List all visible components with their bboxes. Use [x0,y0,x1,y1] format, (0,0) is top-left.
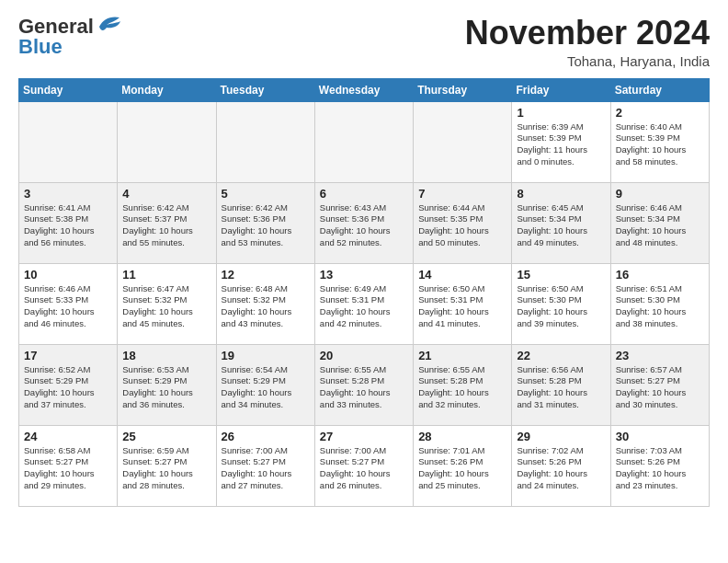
table-cell: 29Sunrise: 7:02 AMSunset: 5:26 PMDayligh… [512,425,610,506]
col-wednesday: Wednesday [314,78,413,101]
day-detail: Sunrise: 6:57 AMSunset: 5:27 PMDaylight:… [616,364,704,411]
day-number: 5 [222,187,310,201]
location: Tohana, Haryana, India [465,53,710,69]
month-title: November 2024 [465,15,710,52]
day-detail: Sunrise: 6:56 AMSunset: 5:28 PMDaylight:… [517,364,605,411]
table-cell: 16Sunrise: 6:51 AMSunset: 5:30 PMDayligh… [610,263,709,344]
col-saturday: Saturday [610,78,709,101]
day-number: 4 [122,187,210,201]
table-cell: 4Sunrise: 6:42 AMSunset: 5:37 PMDaylight… [118,182,216,263]
calendar-row-5: 24Sunrise: 6:58 AMSunset: 5:27 PMDayligh… [19,425,710,506]
day-detail: Sunrise: 6:48 AMSunset: 5:32 PMDaylight:… [222,283,310,330]
table-cell: 2Sunrise: 6:40 AMSunset: 5:39 PMDaylight… [610,101,709,182]
day-number: 2 [616,106,704,120]
table-cell: 12Sunrise: 6:48 AMSunset: 5:32 PMDayligh… [216,263,314,344]
table-cell: 20Sunrise: 6:55 AMSunset: 5:28 PMDayligh… [314,344,413,425]
table-cell: 30Sunrise: 7:03 AMSunset: 5:26 PMDayligh… [610,425,709,506]
day-detail: Sunrise: 6:55 AMSunset: 5:28 PMDaylight:… [418,364,506,411]
day-detail: Sunrise: 7:01 AMSunset: 5:26 PMDaylight:… [418,445,506,492]
table-cell [414,101,512,182]
day-detail: Sunrise: 6:39 AMSunset: 5:39 PMDaylight:… [517,121,605,168]
day-number: 15 [517,268,605,282]
header-right: November 2024 Tohana, Haryana, India [465,15,710,69]
day-number: 26 [222,430,310,443]
logo-blue: Blue [18,35,63,59]
table-cell: 6Sunrise: 6:43 AMSunset: 5:36 PMDaylight… [314,182,413,263]
day-detail: Sunrise: 7:00 AMSunset: 5:27 PMDaylight:… [222,445,310,492]
day-number: 25 [122,430,210,443]
table-cell: 10Sunrise: 6:46 AMSunset: 5:33 PMDayligh… [19,263,118,344]
day-number: 17 [24,349,112,362]
header-row: Sunday Monday Tuesday Wednesday Thursday… [19,78,710,101]
day-number: 29 [517,430,605,443]
day-detail: Sunrise: 6:45 AMSunset: 5:34 PMDaylight:… [517,202,605,249]
col-thursday: Thursday [414,78,512,101]
day-detail: Sunrise: 7:02 AMSunset: 5:26 PMDaylight:… [517,445,605,492]
table-cell: 14Sunrise: 6:50 AMSunset: 5:31 PMDayligh… [414,263,512,344]
table-cell: 1Sunrise: 6:39 AMSunset: 5:39 PMDaylight… [512,101,610,182]
day-detail: Sunrise: 6:46 AMSunset: 5:34 PMDaylight:… [616,202,704,249]
day-detail: Sunrise: 6:51 AMSunset: 5:30 PMDaylight:… [616,283,704,330]
calendar-row-4: 17Sunrise: 6:52 AMSunset: 5:29 PMDayligh… [19,344,710,425]
table-cell: 18Sunrise: 6:53 AMSunset: 5:29 PMDayligh… [118,344,216,425]
day-number: 6 [320,187,408,201]
day-number: 14 [418,268,506,282]
day-detail: Sunrise: 6:58 AMSunset: 5:27 PMDaylight:… [24,445,112,492]
day-detail: Sunrise: 6:40 AMSunset: 5:39 PMDaylight:… [616,121,704,168]
col-sunday: Sunday [19,78,118,101]
table-cell: 3Sunrise: 6:41 AMSunset: 5:38 PMDaylight… [19,182,118,263]
day-number: 18 [122,349,210,362]
day-detail: Sunrise: 6:42 AMSunset: 5:37 PMDaylight:… [122,202,210,249]
col-tuesday: Tuesday [216,78,314,101]
calendar-row-2: 3Sunrise: 6:41 AMSunset: 5:38 PMDaylight… [19,182,710,263]
day-detail: Sunrise: 6:47 AMSunset: 5:32 PMDaylight:… [122,283,210,330]
table-cell [314,101,413,182]
table-cell: 7Sunrise: 6:44 AMSunset: 5:35 PMDaylight… [414,182,512,263]
day-number: 1 [517,106,605,120]
day-number: 24 [24,430,112,443]
col-monday: Monday [118,78,216,101]
day-detail: Sunrise: 6:59 AMSunset: 5:27 PMDaylight:… [122,445,210,492]
day-detail: Sunrise: 6:43 AMSunset: 5:36 PMDaylight:… [320,202,408,249]
table-cell: 24Sunrise: 6:58 AMSunset: 5:27 PMDayligh… [19,425,118,506]
table-cell: 17Sunrise: 6:52 AMSunset: 5:29 PMDayligh… [19,344,118,425]
day-detail: Sunrise: 6:55 AMSunset: 5:28 PMDaylight:… [320,364,408,411]
table-cell: 26Sunrise: 7:00 AMSunset: 5:27 PMDayligh… [216,425,314,506]
logo-bird-icon [96,14,121,34]
header: General Blue November 2024 Tohana, Harya… [18,15,710,69]
table-cell: 9Sunrise: 6:46 AMSunset: 5:34 PMDaylight… [610,182,709,263]
day-number: 27 [320,430,408,443]
calendar-table: Sunday Monday Tuesday Wednesday Thursday… [18,78,710,507]
day-detail: Sunrise: 6:52 AMSunset: 5:29 PMDaylight:… [24,364,112,411]
table-cell: 27Sunrise: 7:00 AMSunset: 5:27 PMDayligh… [314,425,413,506]
day-number: 7 [418,187,506,201]
day-detail: Sunrise: 6:41 AMSunset: 5:38 PMDaylight:… [24,202,112,249]
day-number: 28 [418,430,506,443]
day-detail: Sunrise: 6:50 AMSunset: 5:31 PMDaylight:… [418,283,506,330]
calendar-row-1: 1Sunrise: 6:39 AMSunset: 5:39 PMDaylight… [19,101,710,182]
day-detail: Sunrise: 6:50 AMSunset: 5:30 PMDaylight:… [517,283,605,330]
day-number: 23 [616,349,704,362]
table-cell: 15Sunrise: 6:50 AMSunset: 5:30 PMDayligh… [512,263,610,344]
day-number: 11 [122,268,210,282]
table-cell: 25Sunrise: 6:59 AMSunset: 5:27 PMDayligh… [118,425,216,506]
day-detail: Sunrise: 6:44 AMSunset: 5:35 PMDaylight:… [418,202,506,249]
calendar-row-3: 10Sunrise: 6:46 AMSunset: 5:33 PMDayligh… [19,263,710,344]
day-detail: Sunrise: 6:42 AMSunset: 5:36 PMDaylight:… [222,202,310,249]
table-cell: 8Sunrise: 6:45 AMSunset: 5:34 PMDaylight… [512,182,610,263]
day-number: 20 [320,349,408,362]
day-number: 22 [517,349,605,362]
day-detail: Sunrise: 6:46 AMSunset: 5:33 PMDaylight:… [24,283,112,330]
logo: General Blue [18,15,121,59]
day-number: 9 [616,187,704,201]
day-number: 8 [517,187,605,201]
table-cell: 11Sunrise: 6:47 AMSunset: 5:32 PMDayligh… [118,263,216,344]
day-number: 19 [222,349,310,362]
page: General Blue November 2024 Tohana, Harya… [0,0,728,518]
day-detail: Sunrise: 6:49 AMSunset: 5:31 PMDaylight:… [320,283,408,330]
table-cell: 19Sunrise: 6:54 AMSunset: 5:29 PMDayligh… [216,344,314,425]
day-detail: Sunrise: 7:00 AMSunset: 5:27 PMDaylight:… [320,445,408,492]
table-cell: 5Sunrise: 6:42 AMSunset: 5:36 PMDaylight… [216,182,314,263]
table-cell: 23Sunrise: 6:57 AMSunset: 5:27 PMDayligh… [610,344,709,425]
day-number: 21 [418,349,506,362]
